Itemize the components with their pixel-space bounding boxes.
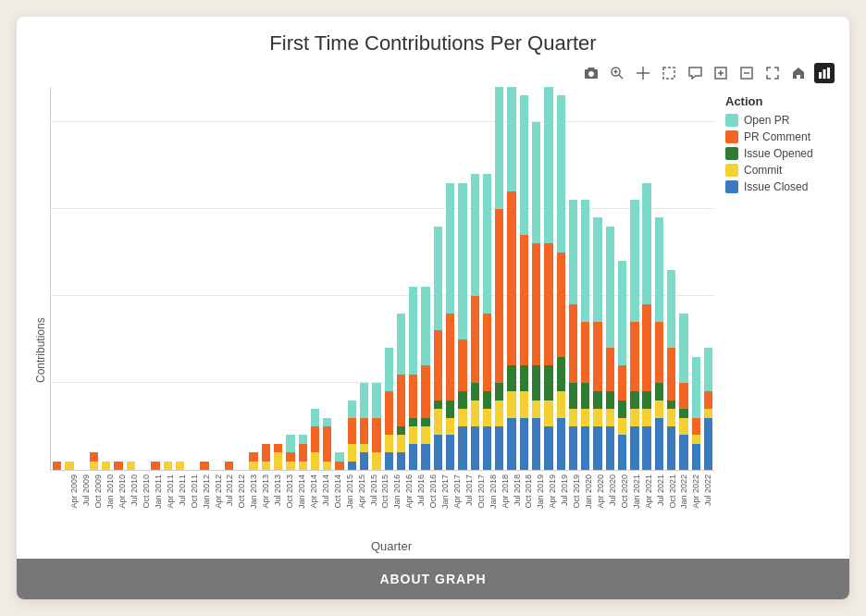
stacked-bar: [262, 444, 270, 470]
camera-icon[interactable]: [581, 63, 601, 83]
x-label-text: Apr 2016: [404, 474, 414, 509]
bar-segment-prComment: [372, 418, 380, 453]
crosshair-icon[interactable]: [633, 63, 653, 83]
stacked-bar: [544, 87, 552, 470]
bar-segment-issueOpened: [593, 391, 601, 409]
bar-segment-commit: [262, 462, 270, 470]
x-label: Apr 2015: [355, 471, 367, 536]
select-icon[interactable]: [659, 63, 679, 83]
bar-chart-icon[interactable]: [814, 63, 835, 83]
bar-segment-commit: [704, 409, 712, 417]
stacked-bar: [385, 348, 393, 470]
bar-segment-issueClosed: [348, 462, 356, 470]
x-label-text: Jul 2022: [703, 474, 712, 506]
bar-group: [690, 87, 702, 470]
bar-segment-commit: [630, 409, 638, 426]
bar-segment-prComment: [544, 243, 552, 365]
bar-segment-issueClosed: [544, 426, 552, 470]
bar-segment-prComment: [151, 462, 159, 470]
bar-segment-openPR: [593, 217, 601, 322]
x-label-text: Apr 2013: [261, 474, 270, 509]
x-label-text: Jan 2015: [345, 474, 354, 509]
bar-group: [100, 87, 112, 470]
bar-segment-openPR: [323, 418, 331, 426]
stacked-bar: [458, 183, 466, 471]
home-icon[interactable]: [788, 63, 809, 83]
bar-segment-issueOpened: [618, 400, 626, 418]
bar-segment-issueClosed: [434, 435, 442, 470]
x-label-text: Jul 2010: [130, 474, 139, 506]
bar-group: [641, 87, 653, 470]
stacked-bar: [311, 409, 319, 470]
stacked-bar: [397, 314, 405, 470]
x-label: Oct 2016: [427, 471, 439, 536]
bar-group: [555, 87, 567, 470]
fullscreen-icon[interactable]: [762, 63, 783, 83]
stacked-bar: [630, 200, 638, 470]
bar-segment-issueClosed: [655, 418, 663, 470]
bar-group: [223, 87, 235, 470]
bar-group: [677, 87, 689, 470]
stacked-bar: [618, 261, 626, 470]
x-label-text: Jan 2010: [105, 474, 115, 509]
x-label: Oct 2015: [379, 471, 391, 536]
bar-group: [162, 87, 174, 470]
zoom-out-icon[interactable]: [736, 63, 757, 83]
x-label-text: Jul 2013: [273, 474, 282, 506]
x-label: Jan 2020: [583, 471, 595, 536]
bar-segment-openPR: [458, 183, 466, 339]
bar-segment-commit: [593, 409, 601, 426]
legend-item: Open PR: [725, 114, 827, 127]
bar-segment-issueOpened: [655, 383, 663, 400]
x-label: Apr 2022: [690, 471, 702, 536]
bar-segment-prComment: [630, 322, 638, 391]
x-label-text: Oct 2014: [333, 474, 342, 509]
bar-segment-issueOpened: [667, 400, 675, 409]
bar-group: [358, 87, 370, 470]
stacked-bar: [483, 174, 491, 470]
x-label-text: Jan 2016: [392, 474, 402, 509]
x-label-text: Jul 2015: [369, 474, 378, 506]
x-label: Jul 2017: [463, 471, 475, 536]
stacked-bar: [65, 462, 73, 470]
bar-segment-issueOpened: [495, 383, 503, 400]
bar-group: [579, 87, 591, 470]
stacked-bar: [520, 95, 528, 470]
comment-icon[interactable]: [685, 63, 705, 83]
stacked-bar: [348, 400, 356, 470]
svg-line-1: [619, 75, 623, 79]
bar-group: [137, 87, 149, 470]
bar-segment-issueOpened: [458, 391, 466, 409]
bar-group: [333, 87, 345, 470]
bar-segment-prComment: [593, 322, 601, 391]
about-graph-button[interactable]: ABOUT GRAPH: [17, 559, 849, 599]
x-label: Oct 2014: [331, 471, 343, 536]
bar-segment-commit: [397, 435, 405, 452]
bar-segment-commit: [65, 462, 73, 470]
x-label-text: Jul 2014: [321, 474, 330, 506]
bar-segment-openPR: [299, 435, 307, 443]
bar-segment-issueOpened: [581, 383, 589, 409]
bar-segment-prComment: [581, 322, 589, 383]
zoom-in-icon[interactable]: [711, 63, 731, 83]
stacked-bar: [249, 452, 257, 470]
zoom-icon[interactable]: [607, 63, 627, 83]
legend: Action Open PRPR CommentIssue OpenedComm…: [714, 87, 835, 471]
bar-segment-prComment: [311, 426, 319, 452]
bar-segment-openPR: [606, 227, 614, 349]
bar-group: [174, 87, 186, 470]
stacked-bar: [274, 444, 282, 470]
bar-group: [383, 87, 395, 470]
bar-segment-issueOpened: [471, 383, 479, 400]
x-label: Apr 2021: [642, 471, 654, 536]
x-label: Jan 2022: [678, 471, 690, 536]
bar-group: [125, 87, 137, 470]
stacked-bar: [667, 270, 675, 470]
bar-segment-commit: [360, 444, 368, 452]
bar-segment-openPR: [679, 314, 687, 383]
x-label-text: Jan 2020: [584, 474, 593, 509]
stacked-bar: [114, 462, 122, 470]
bar-segment-prComment: [483, 314, 491, 392]
stacked-bar: [704, 348, 712, 470]
bar-segment-prComment: [520, 235, 528, 365]
